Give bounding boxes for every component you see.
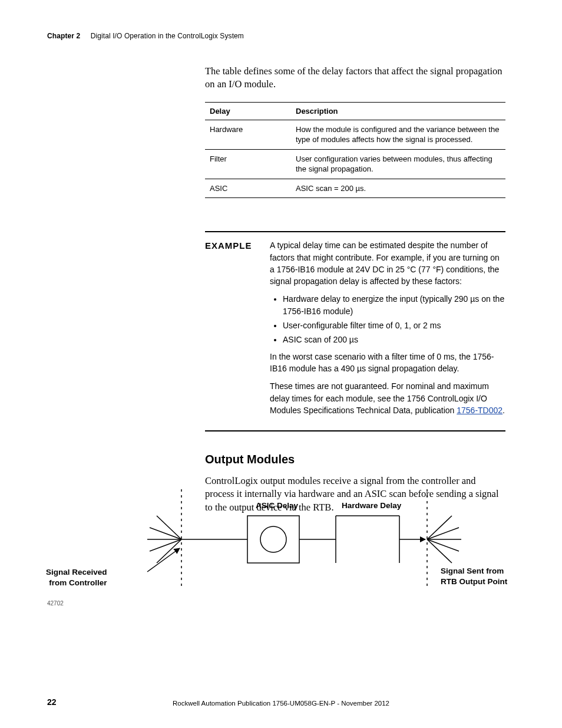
example-p3: These times are not guaranteed. For nomi…: [270, 380, 505, 416]
output-module-diagram: ASIC Delay Hardware Delay: [88, 483, 513, 607]
svg-line-12: [427, 539, 452, 563]
svg-line-9: [427, 528, 459, 539]
example-p2: In the worst case scenario with a filter…: [270, 351, 505, 375]
intro-paragraph: The table defines some of the delay fact…: [205, 65, 505, 91]
table-row: Filter User configuration varies between…: [205, 149, 505, 179]
content-column: The table defines some of the delay fact…: [205, 65, 505, 525]
chapter-label: Chapter 2: [47, 32, 80, 40]
diagram-caption-right: Signal Sent from RTB Output Point: [441, 566, 507, 587]
example-bullets: Hardware delay to energize the input (ty…: [283, 293, 505, 345]
svg-line-5: [150, 539, 181, 551]
list-item: ASIC scan of 200 µs: [283, 334, 505, 345]
cell-desc: ASIC scan = 200 µs.: [291, 179, 505, 198]
left-cap-line1: Signal Received: [46, 568, 107, 577]
svg-rect-16: [247, 516, 299, 563]
diagram-svg: [88, 483, 513, 607]
diagram-caption-left: Signal Received from Controller: [46, 567, 107, 588]
figure-number: 42702: [47, 600, 64, 607]
publication-link[interactable]: 1756-TD002: [457, 406, 503, 415]
svg-line-2: [157, 516, 181, 539]
running-header: Chapter 2 Digital I/O Operation in the C…: [47, 32, 244, 40]
svg-line-8: [427, 516, 452, 539]
list-item: Hardware delay to energize the input (ty…: [283, 293, 505, 317]
col-header-delay: Delay: [205, 102, 291, 120]
table-row: Hardware How the module is configured an…: [205, 120, 505, 149]
example-box: EXAMPLE A typical delay time can be esti…: [205, 231, 505, 431]
right-cap-line2: RTB Output Point: [441, 577, 507, 586]
cell-delay: Hardware: [205, 120, 291, 149]
svg-line-7: [147, 548, 180, 572]
publication-footer: Rockwell Automation Publication 1756-UM0…: [0, 700, 562, 707]
cell-delay: ASIC: [205, 179, 291, 198]
left-cap-line2: from Controller: [49, 578, 107, 587]
right-cap-line1: Signal Sent from: [441, 566, 504, 575]
cell-delay: Filter: [205, 149, 291, 179]
cell-desc: How the module is configured and the var…: [291, 120, 505, 149]
svg-line-3: [150, 528, 181, 539]
cell-desc: User configuration varies between module…: [291, 149, 505, 179]
example-label: EXAMPLE: [205, 239, 259, 422]
example-body: A typical delay time can be estimated de…: [270, 239, 505, 422]
delay-table: Delay Description Hardware How the modul…: [205, 102, 505, 199]
section-heading-output-modules: Output Modules: [205, 453, 505, 466]
svg-line-11: [427, 539, 459, 551]
svg-line-6: [157, 539, 181, 563]
list-item: User-configurable filter time of 0, 1, o…: [283, 319, 505, 331]
example-p3-post: .: [503, 406, 505, 415]
table-header-row: Delay Description: [205, 102, 505, 120]
col-header-description: Description: [291, 102, 505, 120]
chapter-title: Digital I/O Operation in the ControlLogi…: [91, 32, 244, 40]
example-p1: A typical delay time can be estimated de…: [270, 239, 505, 287]
table-row: ASIC ASIC scan = 200 µs.: [205, 179, 505, 198]
